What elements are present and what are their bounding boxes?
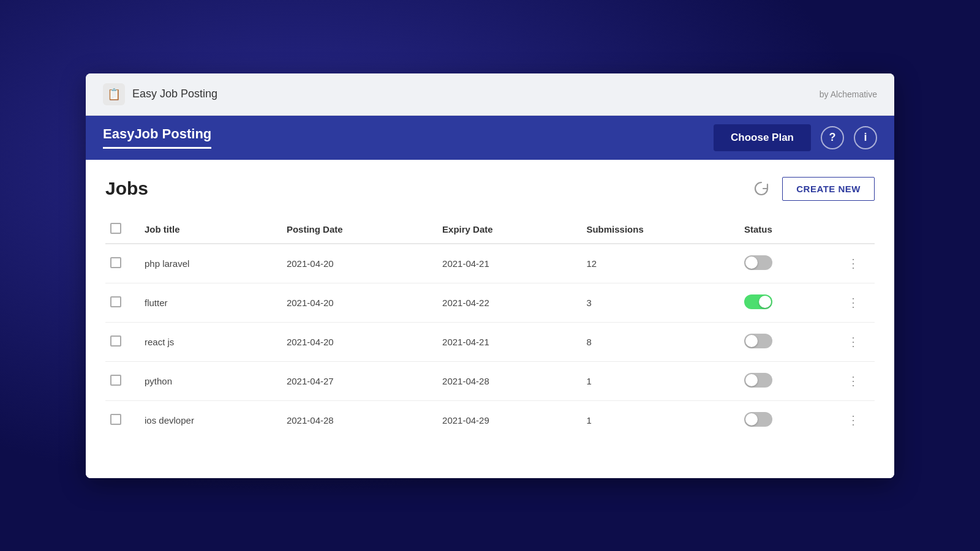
row-actions-menu[interactable]: ⋮ [842, 332, 865, 351]
jobs-header: Jobs CREATE NEW [105, 177, 875, 201]
row-actions-cell: ⋮ [832, 283, 875, 322]
row-posting-date: 2021-04-28 [277, 400, 432, 440]
table-row: ios devloper 2021-04-28 2021-04-29 1 ⋮ [105, 400, 875, 440]
choose-plan-button[interactable]: Choose Plan [714, 124, 811, 151]
row-submissions: 1 [576, 400, 734, 440]
nav-actions: Choose Plan ? i [714, 124, 877, 151]
info-icon-button[interactable]: i [854, 126, 877, 149]
row-job-title: flutter [135, 283, 277, 322]
row-actions-cell: ⋮ [832, 244, 875, 283]
header-actions [832, 216, 875, 244]
create-new-button[interactable]: CREATE NEW [782, 177, 875, 201]
table-row: flutter 2021-04-20 2021-04-22 3 ⋮ [105, 283, 875, 322]
status-toggle[interactable] [744, 373, 772, 388]
header-job-title: Job title [135, 216, 277, 244]
row-actions-cell: ⋮ [832, 400, 875, 440]
jobs-table: Job title Posting Date Expiry Date Submi… [105, 216, 875, 440]
header-status: Status [734, 216, 832, 244]
refresh-icon[interactable] [750, 178, 772, 200]
header-checkbox-col [105, 216, 135, 244]
row-checkbox[interactable] [110, 335, 121, 347]
help-icon-button[interactable]: ? [821, 126, 844, 149]
table-header-row: Job title Posting Date Expiry Date Submi… [105, 216, 875, 244]
header-submissions: Submissions [576, 216, 734, 244]
row-submissions: 1 [576, 361, 734, 400]
row-status [734, 283, 832, 322]
toggle-track[interactable] [744, 412, 772, 427]
main-content: Jobs CREATE NEW Job title Post [86, 160, 894, 478]
toggle-thumb [745, 413, 758, 425]
toggle-track[interactable] [744, 334, 772, 348]
row-posting-date: 2021-04-27 [277, 361, 432, 400]
status-toggle[interactable] [744, 294, 772, 309]
row-job-title: react js [135, 322, 277, 361]
toggle-thumb [745, 335, 758, 347]
row-checkbox[interactable] [110, 296, 121, 307]
row-status [734, 244, 832, 283]
row-submissions: 12 [576, 244, 734, 283]
nav-brand: EasyJob Posting [103, 126, 211, 149]
row-checkbox[interactable] [110, 257, 121, 268]
top-header: 📋 Easy Job Posting by Alchemative [86, 73, 894, 116]
row-submissions: 8 [576, 322, 734, 361]
plugin-icon: 📋 [103, 83, 125, 105]
row-posting-date: 2021-04-20 [277, 322, 432, 361]
row-expiry-date: 2021-04-21 [432, 244, 576, 283]
row-actions-cell: ⋮ [832, 361, 875, 400]
toggle-track[interactable] [744, 373, 772, 388]
status-toggle[interactable] [744, 412, 772, 427]
toggle-track[interactable] [744, 294, 772, 309]
row-submissions: 3 [576, 283, 734, 322]
header-expiry-date: Expiry Date [432, 216, 576, 244]
status-toggle[interactable] [744, 255, 772, 270]
table-row: python 2021-04-27 2021-04-28 1 ⋮ [105, 361, 875, 400]
table-row: react js 2021-04-20 2021-04-21 8 ⋮ [105, 322, 875, 361]
app-title: Easy Job Posting [132, 88, 217, 100]
row-expiry-date: 2021-04-28 [432, 361, 576, 400]
row-checkbox-cell [105, 322, 135, 361]
app-byline: by Alchemative [820, 89, 877, 99]
table-row: php laravel 2021-04-20 2021-04-21 12 ⋮ [105, 244, 875, 283]
toggle-track[interactable] [744, 255, 772, 270]
row-job-title: php laravel [135, 244, 277, 283]
toggle-thumb [759, 296, 771, 308]
row-status [734, 400, 832, 440]
toggle-thumb [745, 257, 758, 269]
row-checkbox-cell [105, 361, 135, 400]
row-expiry-date: 2021-04-22 [432, 283, 576, 322]
jobs-title: Jobs [105, 178, 148, 199]
row-checkbox-cell [105, 400, 135, 440]
row-posting-date: 2021-04-20 [277, 283, 432, 322]
row-expiry-date: 2021-04-29 [432, 400, 576, 440]
top-header-left: 📋 Easy Job Posting [103, 83, 217, 105]
row-actions-menu[interactable]: ⋮ [842, 411, 865, 429]
row-job-title: python [135, 361, 277, 400]
row-actions-menu[interactable]: ⋮ [842, 372, 865, 390]
row-checkbox[interactable] [110, 414, 121, 425]
row-actions-menu[interactable]: ⋮ [842, 254, 865, 272]
row-job-title: ios devloper [135, 400, 277, 440]
row-status [734, 322, 832, 361]
jobs-header-right: CREATE NEW [750, 177, 875, 201]
nav-bar: EasyJob Posting Choose Plan ? i [86, 116, 894, 160]
row-status [734, 361, 832, 400]
select-all-checkbox[interactable] [110, 223, 121, 234]
row-checkbox-cell [105, 244, 135, 283]
toggle-thumb [745, 374, 758, 386]
row-actions-menu[interactable]: ⋮ [842, 293, 865, 312]
row-checkbox[interactable] [110, 375, 121, 386]
header-posting-date: Posting Date [277, 216, 432, 244]
row-posting-date: 2021-04-20 [277, 244, 432, 283]
row-checkbox-cell [105, 283, 135, 322]
row-expiry-date: 2021-04-21 [432, 322, 576, 361]
row-actions-cell: ⋮ [832, 322, 875, 361]
app-window: 📋 Easy Job Posting by Alchemative EasyJo… [86, 73, 894, 478]
status-toggle[interactable] [744, 334, 772, 348]
